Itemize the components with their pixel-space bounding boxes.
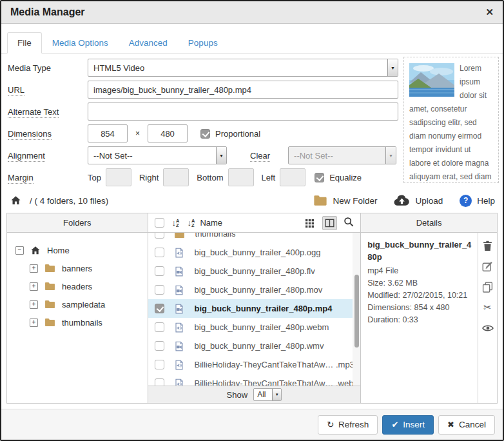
margin-left-input[interactable] [280,168,305,186]
row-checkbox[interactable] [155,266,164,276]
margin-label: Margin [8,173,34,184]
chevron-down-icon[interactable]: ▼ [387,59,398,76]
tab-file[interactable]: File [7,32,42,54]
insert-button[interactable]: ✔ Insert [382,415,434,435]
row-checkbox[interactable] [155,285,164,295]
row-checkbox[interactable] [155,233,164,239]
expand-icon[interactable]: + [30,318,38,327]
chevron-down-icon[interactable]: ▼ [216,147,226,164]
row-checkbox[interactable] [155,248,164,257]
equalize-checkbox[interactable] [315,173,324,182]
file-row[interactable]: big_buck_bunny_trailer_480p.mov [148,280,361,299]
tab-media-options[interactable]: Media Options [42,32,119,54]
file-row[interactable]: BillieHoliday-TheyCantTakeThatAw… .mp3 [148,355,361,374]
file-name[interactable]: BillieHoliday-TheyCantTakeThatAw… .webm [195,378,361,386]
tab-advanced[interactable]: Advanced [119,32,178,54]
margin-right-input[interactable] [163,168,189,186]
cut-icon[interactable]: ✂ [482,302,494,313]
tab-popups[interactable]: Popups [178,32,228,54]
folder-icon [44,318,55,327]
media-manager-dialog: Media Manager ✕ File Media Options Advan… [0,0,504,441]
folder-tree-item-banners[interactable]: +banners [7,259,148,277]
details-lines: mp4 FileSize: 3.62 MBModified: 27/02/201… [367,265,474,326]
margin-left-label: Left [262,173,276,182]
file-row[interactable]: big_buck_bunny_trailer_400p.ogg [148,243,361,262]
home-icon[interactable] [10,195,21,206]
search-icon[interactable] [344,217,354,230]
sort-ascending-icon[interactable]: ↓ AZ [172,218,180,228]
folder-icon [44,282,55,291]
media-form: Media Type HTML5 Video ▼ URL Alternate T… [8,57,401,188]
file-row[interactable]: BillieHoliday-TheyCantTakeThatAw… .webm [148,374,361,386]
copy-icon[interactable] [482,281,494,293]
file-name[interactable]: BillieHoliday-TheyCantTakeThatAw… .mp3 [195,360,354,369]
expand-icon[interactable]: + [30,282,38,291]
file-name[interactable]: big_buck_bunny_trailer_400p.ogg [195,248,321,257]
cancel-button[interactable]: ✖ Cancel [438,415,495,435]
file-name[interactable]: big_buck_bunny_trailer_480p.webm [195,322,329,332]
chevron-down-icon[interactable]: ▼ [272,389,281,400]
alternate-text-input[interactable] [88,103,398,121]
upload-label: Upload [415,196,443,206]
columns-view-icon[interactable] [322,216,337,230]
show-select[interactable]: All ▼ [253,388,282,401]
folder-tree-item-sampledata[interactable]: +sampledata [7,295,148,313]
file-name[interactable]: big_buck_bunny_trailer_480p.mov [195,285,323,295]
file-row[interactable]: big_buck_bunny_trailer_480p.wmv [148,337,361,355]
tabbar: File Media Options Advanced Popups [1,31,503,54]
alignment-value: --Not Set-- [88,147,216,164]
row-checkbox[interactable] [155,378,164,386]
file-row[interactable]: big_buck_bunny_trailer_480p.webm [148,318,361,337]
grid-view-icon[interactable] [303,216,316,230]
select-all-checkbox[interactable] [155,218,164,228]
file-name[interactable]: big_buck_bunny_trailer_480p.mp4 [195,304,333,313]
row-checkbox[interactable] [155,360,164,369]
expand-icon[interactable]: + [30,264,38,273]
file-row[interactable]: big_buck_bunny_trailer_480p.flv [148,262,361,280]
insert-label: Insert [403,420,425,429]
video-file-icon [174,285,184,295]
file-row[interactable]: thumbnails [148,233,361,243]
margin-bottom-input[interactable] [228,168,254,186]
expand-icon[interactable]: + [30,300,38,309]
file-name[interactable]: thumbnails [195,233,236,239]
clear-select[interactable]: --Not Set-- ▼ [288,146,396,164]
audio-file-icon [174,360,184,370]
folder-tree-item-thumbnails[interactable]: +thumbnails [7,313,148,331]
row-checkbox[interactable] [155,304,164,313]
row-checkbox[interactable] [155,341,164,351]
margin-top-input[interactable] [106,168,131,186]
preview-icon[interactable] [482,322,494,334]
folder-tree-item-headers[interactable]: +headers [7,277,148,295]
details-line: Modified: 27/02/2015, 10:21 [367,289,474,302]
margin-top-label: Top [88,173,101,182]
alignment-select[interactable]: --Not Set-- ▼ [88,146,227,164]
new-folder-button[interactable]: New Folder [313,195,377,206]
collapse-icon[interactable]: − [15,246,24,255]
refresh-button[interactable]: ↻ Refresh [318,415,378,435]
width-input[interactable] [88,124,128,142]
scrollbar-track[interactable] [353,233,360,386]
folder-icon [44,300,55,309]
file-name[interactable]: big_buck_bunny_trailer_480p.flv [195,266,315,276]
upload-button[interactable]: Upload [394,195,443,206]
folder-name: thumbnails [62,318,102,328]
scrollbar-thumb[interactable] [354,275,359,348]
proportional-checkbox[interactable] [200,129,210,139]
details-line: mp4 File [367,265,474,277]
delete-icon[interactable] [482,240,494,251]
folder-tree-item-home[interactable]: −Home [7,241,148,259]
sort-name-icon[interactable]: ↓ AZ [187,218,195,228]
file-row[interactable]: big_buck_bunny_trailer_480p.mp4 [148,299,361,318]
file-name[interactable]: big_buck_bunny_trailer_480p.wmv [195,341,324,351]
media-type-select[interactable]: HTML5 Video ▼ [88,59,398,77]
breadcrumb: / ( 4 folders, 10 files) [30,196,108,206]
edit-icon[interactable] [482,260,494,272]
close-icon[interactable]: ✕ [485,6,494,18]
url-input[interactable] [88,81,398,99]
help-button[interactable]: ? Help [460,195,495,207]
upload-cloud-icon [394,195,410,206]
row-checkbox[interactable] [155,322,164,332]
clear-value: --Not Set-- [289,147,385,164]
height-input[interactable] [148,124,188,142]
